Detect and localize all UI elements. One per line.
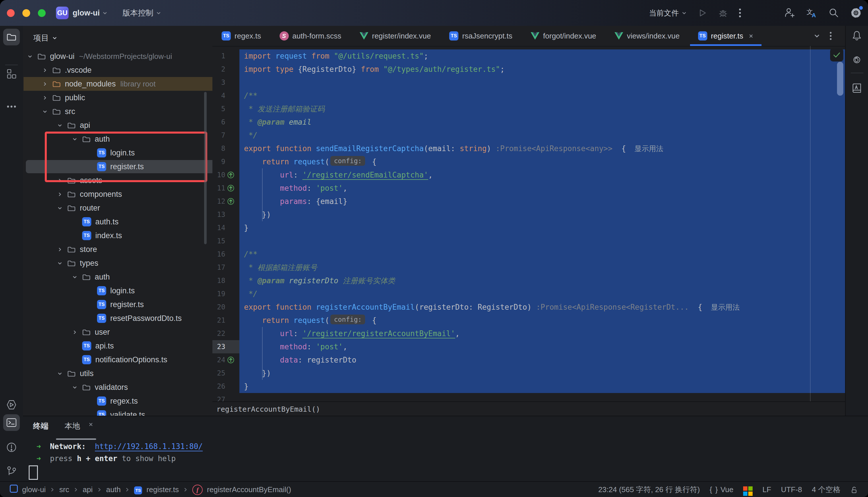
breadcrumb-item[interactable]: src — [59, 485, 69, 494]
more-actions-icon[interactable] — [739, 8, 741, 18]
chevron-down-icon — [57, 371, 62, 376]
problems-tool-button[interactable] — [3, 439, 20, 456]
tree-item-.vscode[interactable]: .vscode — [23, 63, 213, 77]
tree-item-api.ts[interactable]: TSapi.ts — [23, 339, 213, 353]
tree-item-components[interactable]: components — [23, 187, 213, 201]
tree-item-notificationOptions.ts[interactable]: TSnotificationOptions.ts — [23, 353, 213, 367]
breadcrumb-item[interactable]: auth — [106, 485, 121, 494]
notifications-bell-icon[interactable] — [849, 28, 865, 44]
terminal-link[interactable]: http://192.168.1.131:80/ — [95, 442, 203, 451]
window-controls — [7, 9, 46, 17]
tree-item-register.ts[interactable]: TSregister.ts — [23, 298, 213, 311]
translate-icon[interactable]: 文A — [806, 8, 818, 18]
breadcrumb-item[interactable]: glow-ui — [22, 485, 46, 494]
tree-item-validators[interactable]: validators — [23, 380, 213, 394]
ai-assistant-icon[interactable] — [849, 51, 865, 68]
breadcrumb-item[interactable]: registerAccountByEmail() — [207, 485, 291, 494]
typescript-file-icon: TS — [82, 217, 91, 226]
maximize-window-button[interactable] — [38, 9, 46, 17]
folder-icon — [67, 246, 76, 253]
tree-item-label: user — [95, 328, 110, 337]
editor-tab-views/index.vue[interactable]: views/index.vue — [605, 26, 689, 46]
tree-item-user[interactable]: user — [23, 325, 213, 339]
editor-scrollbar[interactable] — [837, 62, 843, 96]
tree-item-login.ts[interactable]: TSlogin.ts — [23, 146, 213, 160]
project-selector[interactable]: glow-ui — [73, 9, 100, 17]
debug-icon[interactable] — [718, 8, 728, 18]
editor-tab-regex.ts[interactable]: TSregex.ts — [212, 26, 270, 46]
folder-icon — [67, 122, 76, 129]
tree-item-auth[interactable]: auth — [23, 270, 213, 284]
lock-status-widget[interactable] — [850, 486, 858, 494]
close-window-button[interactable] — [7, 9, 15, 17]
tree-item-types[interactable]: types — [23, 256, 213, 270]
settings-gear-icon[interactable] — [850, 7, 862, 19]
tree-item-node_modules[interactable]: node_moduleslibrary root — [23, 77, 213, 91]
line-number: 27 — [212, 393, 225, 401]
win-status-widget[interactable] — [743, 484, 753, 496]
project-tool-button[interactable] — [3, 29, 20, 45]
context-sticky-bar[interactable]: registerAccountByEmail() — [212, 401, 845, 416]
tree-item-glow-ui[interactable]: glow-ui~/WebstormProjects/glow-ui — [23, 49, 213, 63]
tab-label: rsaJsencrypt.ts — [462, 32, 512, 41]
more-tool-windows-icon[interactable] — [3, 98, 20, 115]
line-number: 15 — [212, 235, 225, 247]
vcs-menu[interactable]: 版本控制 — [122, 8, 153, 18]
tree-item-register.ts[interactable]: TSregister.ts — [23, 160, 213, 173]
chevron-down-icon — [57, 261, 62, 266]
tree-item-store[interactable]: store — [23, 242, 213, 256]
hidden-tabs-chevron-icon[interactable] — [814, 26, 820, 46]
status-widget[interactable]: LF — [762, 485, 771, 494]
inspections-ok-widget[interactable] — [830, 48, 843, 61]
folder-icon — [82, 135, 91, 143]
structure-tool-button[interactable] — [3, 66, 20, 82]
close-icon[interactable] — [749, 33, 753, 39]
terminal-panel-title[interactable]: 终端 — [33, 421, 48, 431]
tree-item-regex.ts[interactable]: TSregex.ts — [23, 394, 213, 408]
code-with-me-icon[interactable] — [784, 8, 795, 18]
editor-tab-register.ts[interactable]: TSregister.ts — [689, 26, 763, 46]
tree-item-router[interactable]: router — [23, 201, 213, 215]
tree-item-resetPasswordDto.ts[interactable]: TSresetPasswordDto.ts — [23, 311, 213, 325]
typescript-file-icon: TS — [97, 396, 106, 406]
tree-item-auth[interactable]: auth — [23, 132, 213, 146]
services-tool-button[interactable] — [3, 396, 20, 413]
tree-item-login.ts[interactable]: TSlogin.ts — [23, 284, 213, 298]
tree-item-validate.ts[interactable]: TSvalidate.ts — [23, 408, 213, 416]
status-widget[interactable]: 23:24 (565 字符, 26 行 换行符) — [598, 485, 700, 495]
dictionary-book-icon[interactable] — [849, 80, 865, 97]
status-widget[interactable]: UTF-8 — [781, 485, 802, 494]
close-icon[interactable] — [88, 422, 93, 427]
tree-item-auth.ts[interactable]: TSauth.ts — [23, 215, 213, 229]
editor-tab-auth-form.scss[interactable]: Sauth-form.scss — [270, 26, 351, 46]
tree-item-assets[interactable]: assets — [23, 173, 213, 187]
tree-item-src[interactable]: src — [23, 104, 213, 118]
minimize-window-button[interactable] — [23, 9, 30, 17]
tree-item-label: login.ts — [110, 286, 135, 295]
tab-options-icon[interactable] — [829, 26, 832, 46]
chevron-down-icon — [57, 123, 62, 128]
project-scrollbar[interactable] — [204, 92, 207, 244]
terminal-tab-local[interactable]: 本地 — [64, 421, 80, 431]
editor-tab-register/index.vue[interactable]: register/index.vue — [351, 26, 440, 46]
breadcrumb-item[interactable]: register.ts — [146, 485, 179, 494]
typescript-file-icon: TS — [222, 31, 231, 41]
active-tab-underline — [56, 438, 96, 440]
tree-item-utils[interactable]: utils — [23, 367, 213, 380]
code-line-22: url: '/register/registerAccountByEmail', — [244, 327, 459, 340]
tree-item-index.ts[interactable]: TSindex.ts — [23, 229, 213, 242]
status-widget[interactable]: 4 个空格 — [812, 485, 840, 495]
editor-tab-forgot/index.vue[interactable]: forgot/index.vue — [521, 26, 605, 46]
tree-item-public[interactable]: public — [23, 91, 213, 104]
git-tool-button[interactable] — [3, 463, 20, 479]
editor-tab-rsaJsencrypt.ts[interactable]: TSrsaJsencrypt.ts — [440, 26, 521, 46]
terminal-tool-button[interactable] — [3, 414, 20, 431]
chevron-right-icon — [43, 82, 47, 86]
code-editor[interactable]: 1import request from "@/utils/request.ts… — [212, 46, 845, 401]
vue-status-widget[interactable]: { } Vue — [709, 485, 733, 494]
run-icon[interactable] — [697, 8, 707, 18]
run-configuration-selector[interactable]: 当前文件 — [649, 8, 679, 18]
tree-item-api[interactable]: api — [23, 118, 213, 132]
breadcrumb-item[interactable]: api — [83, 485, 93, 494]
search-everywhere-icon[interactable] — [828, 8, 839, 18]
